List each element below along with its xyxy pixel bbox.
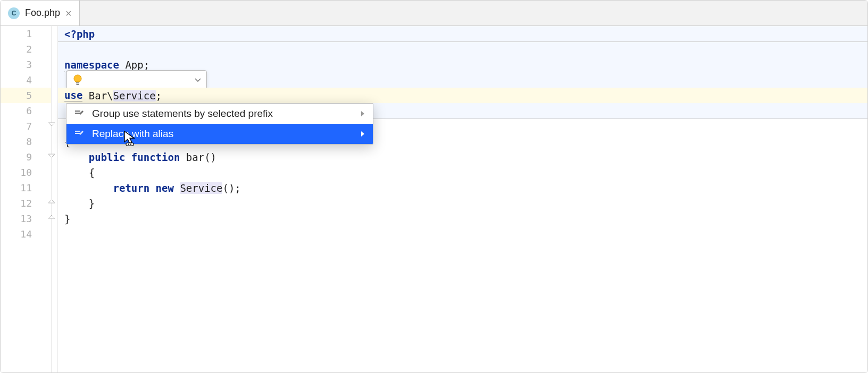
gutter-line: 1: [1, 26, 51, 41]
gutter-line: 9: [1, 149, 51, 165]
gutter-line: 5: [1, 88, 51, 103]
gutter-line: 10: [1, 165, 51, 180]
code-line: use Bar\Service;: [58, 88, 867, 103]
gutter-line: 4: [1, 72, 51, 88]
fold-marker-icon[interactable]: [48, 152, 55, 159]
intention-popup: Group use statements by selected prefix …: [66, 103, 373, 145]
editor-tab[interactable]: C Foo.php ×: [1, 1, 80, 26]
code-text: Bar\: [82, 90, 113, 101]
code-line: }: [58, 211, 867, 226]
intention-item-replace-alias[interactable]: Replace with alias: [66, 124, 373, 144]
gutter-line: 7: [1, 118, 51, 134]
svg-rect-1: [77, 84, 79, 85]
code-text: }: [64, 198, 95, 209]
code-line: {: [58, 165, 867, 180]
code-text: bar(): [180, 151, 216, 163]
code-text: ();: [222, 182, 240, 194]
gutter-line: 14: [1, 226, 51, 242]
keyword-use: use: [64, 89, 82, 101]
code-text: {: [64, 167, 95, 179]
code-area[interactable]: <?php namespace App;: [58, 26, 867, 373]
keyword-public: public: [89, 151, 126, 163]
gutter-line: 13: [1, 211, 51, 226]
code-line: public function bar(): [58, 149, 867, 165]
edit-icon: [74, 129, 85, 139]
close-tab-icon[interactable]: ×: [65, 8, 72, 19]
gutter-line: 11: [1, 180, 51, 196]
code-line: }: [58, 196, 867, 211]
class-ref: Service: [113, 90, 156, 101]
fold-marker-icon[interactable]: [48, 198, 55, 205]
intention-item-label: Group use statements by selected prefix: [92, 108, 353, 120]
gutter: 1 2 3 4 5 6 7 8 9 10 11 12 13 14: [1, 26, 52, 373]
gutter-line: 3: [1, 57, 51, 72]
gutter-line: 2: [1, 41, 51, 57]
filetype-icon: C: [8, 7, 20, 19]
code-line: [58, 72, 867, 88]
chevron-right-icon: [360, 128, 365, 140]
class-ref: Service: [180, 182, 222, 194]
code-text: ;: [156, 90, 162, 101]
intention-item-label: Replace with alias: [92, 128, 353, 140]
svg-rect-4: [75, 131, 80, 132]
edit-icon: [74, 108, 85, 119]
gutter-line: 12: [1, 196, 51, 211]
gutter-line: 6: [1, 103, 51, 118]
keyword-function: function: [131, 151, 180, 163]
code-line: <?php: [58, 26, 867, 41]
fold-marker-icon[interactable]: [48, 213, 55, 221]
editor: 1 2 3 4 5 6 7 8 9 10 11 12 13 14: [1, 26, 867, 373]
fold-marker-icon[interactable]: [48, 121, 55, 128]
ide-frame: C Foo.php × 1 2 3 4 5 6 7 8 9 10 11 12 1…: [0, 0, 868, 373]
svg-rect-2: [75, 111, 80, 112]
code-line: [58, 226, 867, 242]
php-open-tag: <?php: [64, 28, 95, 40]
fold-strip: [52, 26, 58, 373]
svg-rect-0: [76, 82, 79, 83]
tab-bar: C Foo.php ×: [1, 1, 867, 26]
code-line: return new Service();: [58, 180, 867, 196]
chevron-right-icon: [360, 108, 365, 120]
keyword-return: return: [113, 182, 150, 194]
tab-filename: Foo.php: [25, 7, 60, 19]
gutter-line: 8: [1, 134, 51, 149]
code-line: [58, 41, 867, 57]
intention-item-group-use[interactable]: Group use statements by selected prefix: [66, 104, 373, 124]
code-text: }: [64, 213, 70, 225]
keyword-new: new: [156, 182, 174, 194]
